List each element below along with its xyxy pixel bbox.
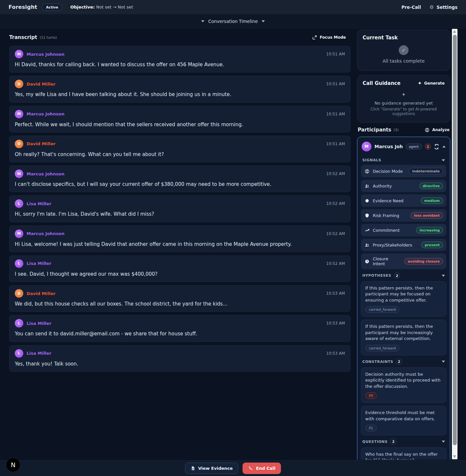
message-timestamp: 10:53 AM bbox=[326, 351, 345, 356]
signals-section-header[interactable]: SIGNALS bbox=[362, 158, 445, 162]
message-card[interactable]: D David Miller 10:51 AM Yes, my wife Lis… bbox=[9, 76, 350, 102]
clock-icon bbox=[364, 259, 370, 264]
objective-text: Objective: Not set → Not set bbox=[70, 5, 133, 10]
signal-label: Decision Mode bbox=[373, 169, 403, 174]
shield-icon bbox=[364, 213, 370, 218]
current-task-card: Current Task ✓ All tasks complete bbox=[357, 30, 450, 71]
speaker-name: Marcus Johnson bbox=[27, 231, 65, 236]
users-icon bbox=[364, 243, 370, 248]
avatar: L bbox=[15, 199, 23, 208]
signal-value-badge: directive bbox=[419, 183, 443, 189]
participants-title: Participants bbox=[358, 127, 391, 133]
hypotheses-count-badge: 2 bbox=[394, 272, 400, 279]
constraints-section-header[interactable]: CONSTRAINTS 2 bbox=[362, 359, 445, 365]
message-card[interactable]: L Lisa Miller 10:53 AM Yes, thank you! T… bbox=[9, 345, 350, 372]
scroll-up-arrow[interactable] bbox=[453, 30, 456, 33]
objective-label: Objective: bbox=[70, 5, 95, 10]
message-card[interactable]: D David Miller 10:53 AM We did, but this… bbox=[9, 285, 350, 312]
top-bar: Foresight Active Objective: Not set → No… bbox=[0, 0, 466, 14]
focus-mode-button[interactable]: Focus Mode bbox=[312, 35, 346, 40]
avatar: L bbox=[15, 259, 23, 268]
signal-row: Closure Intent avoiding closure bbox=[361, 253, 446, 269]
circle-icon bbox=[364, 198, 370, 203]
guidance-empty-subtitle: Click "Generate" to get AI-powered sugge… bbox=[363, 107, 445, 116]
avatar: M bbox=[15, 229, 23, 238]
app-title: Foresight bbox=[9, 4, 37, 10]
signal-label: Closure Intent bbox=[373, 256, 401, 266]
hypotheses-section-header[interactable]: HYPOTHESES 2 bbox=[362, 272, 445, 279]
call-guidance-card: Call Guidance ✦ Generate ✦ No guidance g… bbox=[357, 75, 450, 123]
gear-icon: ⚙ bbox=[430, 4, 434, 10]
hypothesis-item: If this pattern persists, then the parti… bbox=[361, 320, 446, 355]
app-window: Foresight Active Objective: Not set → No… bbox=[0, 0, 466, 476]
message-timestamp: 10:52 AM bbox=[326, 171, 345, 176]
participant-card-header[interactable]: M Marcus John… agent 1 bbox=[361, 141, 446, 155]
settings-label: Settings bbox=[436, 5, 457, 10]
message-timestamp: 10:53 AM bbox=[326, 321, 345, 326]
signal-value-badge: medium bbox=[421, 197, 443, 204]
constraints-title: CONSTRAINTS bbox=[362, 360, 393, 364]
signal-row: Authority directive bbox=[361, 180, 446, 192]
analyze-button[interactable]: Analyze bbox=[425, 128, 450, 132]
constraint-text: Evidence threshold must be met with comp… bbox=[365, 410, 442, 422]
check-icon: ✓ bbox=[399, 45, 409, 55]
scrollbar-thumb[interactable] bbox=[453, 35, 457, 445]
end-call-button[interactable]: End Call bbox=[243, 463, 281, 474]
constraint-text: Decision authority must be explicitly id… bbox=[365, 371, 442, 389]
message-list: M Marcus Johnson 10:51 AM Hi David, than… bbox=[9, 46, 350, 372]
settings-button[interactable]: ⚙ Settings bbox=[430, 4, 457, 10]
signal-label: Commitment bbox=[373, 228, 400, 233]
signal-value-badge: increasing bbox=[416, 227, 443, 233]
avatar: M bbox=[15, 169, 23, 178]
chevron-down-icon bbox=[262, 20, 265, 22]
hypothesis-text: If this pattern persists, then the parti… bbox=[365, 285, 442, 303]
message-timestamp: 10:52 AM bbox=[326, 201, 345, 206]
questions-count-badge: 2 bbox=[390, 439, 396, 445]
view-evidence-button[interactable]: View Evidence bbox=[185, 463, 238, 474]
message-card[interactable]: D David Miller 10:51 AM Oh really? That'… bbox=[9, 136, 350, 162]
message-card[interactable]: M Marcus Johnson 10:51 AM Perfect. While… bbox=[9, 106, 350, 132]
sidebar-scrollbar[interactable] bbox=[452, 29, 457, 459]
sparkles-icon: ✦ bbox=[401, 92, 406, 97]
call-guidance-title: Call Guidance bbox=[363, 80, 400, 86]
message-card[interactable]: M Marcus Johnson 10:51 AM Hi David, than… bbox=[9, 46, 350, 72]
timeline-label: Conversation Timeline bbox=[208, 19, 258, 24]
avatar: M bbox=[15, 110, 23, 118]
message-card[interactable]: M Marcus Johnson 10:52 AM Hi Lisa, welco… bbox=[9, 226, 350, 252]
avatar: D bbox=[15, 140, 23, 148]
brain-icon bbox=[425, 128, 430, 132]
questions-section-header[interactable]: QUESTIONS 2 bbox=[362, 439, 445, 445]
message-card[interactable]: L Lisa Miller 10:52 AM I see. David, I t… bbox=[9, 255, 350, 282]
pre-call-button[interactable]: Pre-Call bbox=[401, 5, 421, 10]
chevron-down-icon bbox=[442, 441, 445, 443]
nextjs-dev-badge[interactable]: N bbox=[6, 458, 20, 472]
hypothesis-tag: carried_forward bbox=[365, 306, 399, 313]
message-card[interactable]: M Marcus Johnson 10:52 AM I can't disclo… bbox=[9, 166, 350, 192]
objective-value: Not set → Not set bbox=[96, 5, 133, 10]
conversation-timeline-bar[interactable]: Conversation Timeline bbox=[0, 14, 466, 28]
signal-value-badge: loss avoidant bbox=[411, 212, 443, 219]
signal-row: Proxy/Stakeholders present bbox=[361, 239, 446, 251]
task-status-text: All tasks complete bbox=[383, 58, 425, 64]
priority-badge: P1 bbox=[365, 425, 377, 431]
participant-card: M Marcus John… agent 1 SIGNALS Decision … bbox=[357, 137, 450, 460]
generate-button[interactable]: ✦ Generate bbox=[418, 81, 445, 86]
message-text: Hi, sorry I'm late. I'm Lisa, David's wi… bbox=[15, 211, 345, 217]
constraints-count-badge: 2 bbox=[396, 359, 402, 365]
message-card[interactable]: L Lisa Miller 10:53 AM You can send it t… bbox=[9, 315, 350, 342]
chevron-up-icon[interactable] bbox=[442, 146, 446, 148]
questions-title: QUESTIONS bbox=[362, 440, 388, 444]
avatar: L bbox=[15, 319, 23, 327]
chevron-down-icon bbox=[442, 361, 445, 363]
message-card[interactable]: L Lisa Miller 10:52 AM Hi, sorry I'm lat… bbox=[9, 195, 350, 222]
n-logo: N bbox=[11, 461, 15, 468]
analyze-label: Analyze bbox=[432, 128, 450, 132]
message-text: Hi Lisa, welcome! I was just telling Dav… bbox=[15, 241, 345, 248]
scroll-down-arrow[interactable] bbox=[453, 455, 456, 458]
speaker-name: Marcus Johnson bbox=[27, 171, 65, 176]
message-text: I can't disclose specifics, but I will s… bbox=[15, 181, 345, 188]
participants-header: Participants (3) Analyze bbox=[358, 127, 450, 133]
message-timestamp: 10:53 AM bbox=[326, 291, 345, 296]
signal-row: Evidence Need medium bbox=[361, 194, 446, 207]
sync-icon[interactable] bbox=[434, 144, 439, 149]
